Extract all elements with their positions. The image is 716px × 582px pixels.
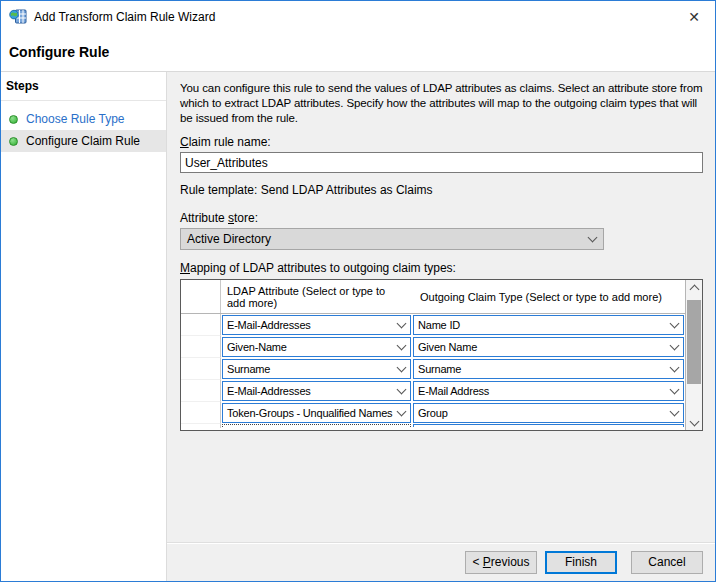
row-selector-header-cell bbox=[181, 280, 221, 313]
chevron-down-icon bbox=[397, 363, 407, 373]
row-selector-cell[interactable] bbox=[181, 314, 221, 336]
outgoing-claim-combo[interactable]: E-Mail Address bbox=[413, 381, 684, 401]
chevron-down-icon bbox=[397, 341, 407, 351]
mapping-table-label: Mapping of LDAP attributes to outgoing c… bbox=[180, 261, 703, 276]
chevron-down-icon bbox=[670, 407, 680, 417]
partial-next-row bbox=[181, 424, 685, 428]
row-selector-cell[interactable] bbox=[181, 358, 221, 380]
chevron-down-icon bbox=[397, 385, 407, 395]
outgoing-claim-combo[interactable]: Given Name bbox=[413, 337, 684, 357]
chevron-down-icon bbox=[689, 416, 699, 426]
ldap-attribute-combo[interactable]: Token-Groups - Unqualified Names bbox=[222, 403, 411, 423]
scroll-up-button[interactable] bbox=[686, 280, 702, 295]
mapping-table-header: LDAP Attribute (Select or type to add mo… bbox=[181, 280, 685, 314]
ldap-attribute-combo[interactable]: E-Mail-Addresses bbox=[222, 315, 411, 335]
chevron-down-icon bbox=[670, 341, 680, 351]
row-selector-cell bbox=[181, 424, 221, 428]
row-selector-cell[interactable] bbox=[181, 380, 221, 402]
page-header: Configure Rule bbox=[1, 33, 715, 72]
step-label: Choose Rule Type bbox=[26, 112, 125, 126]
chevron-down-icon bbox=[397, 407, 407, 417]
outgoing-claim-combo[interactable]: Name ID bbox=[413, 315, 684, 335]
ldap-attribute-combo[interactable]: Surname bbox=[222, 359, 411, 379]
claim-rule-name-label: Claim rule name: bbox=[180, 135, 703, 150]
steps-title: Steps bbox=[1, 77, 166, 101]
chevron-down-icon bbox=[670, 319, 680, 329]
partial-ldap-combo bbox=[222, 424, 411, 427]
chevron-down-icon bbox=[670, 385, 680, 395]
ldap-attribute-column-header: LDAP Attribute (Select or type to add mo… bbox=[221, 280, 412, 313]
adfs-wizard-icon bbox=[9, 9, 27, 25]
table-row: Token-Groups - Unqualified Names Group bbox=[181, 402, 685, 424]
partial-claim-combo bbox=[413, 424, 684, 427]
page-title: Configure Rule bbox=[9, 44, 109, 60]
table-row: E-Mail-Addresses Name ID bbox=[181, 314, 685, 336]
chevron-up-icon bbox=[689, 285, 699, 295]
title-bar: Add Transform Claim Rule Wizard ✕ bbox=[1, 1, 715, 33]
attribute-store-select[interactable]: Active Directory bbox=[180, 228, 604, 250]
wizard-window: Add Transform Claim Rule Wizard ✕ Config… bbox=[0, 0, 716, 582]
row-selector-cell[interactable] bbox=[181, 402, 221, 424]
step-bullet-icon bbox=[9, 137, 18, 146]
window-title: Add Transform Claim Rule Wizard bbox=[34, 10, 673, 24]
step-label: Configure Claim Rule bbox=[26, 134, 140, 148]
finish-button[interactable]: Finish bbox=[545, 551, 617, 574]
cancel-button[interactable]: Cancel bbox=[631, 551, 703, 574]
scrollbar-thumb[interactable] bbox=[687, 300, 701, 384]
steps-sidebar: Steps Choose Rule Type Configure Claim R… bbox=[1, 72, 167, 581]
sidebar-item-choose-rule-type[interactable]: Choose Rule Type bbox=[1, 108, 166, 130]
outgoing-claim-combo[interactable]: Surname bbox=[413, 359, 684, 379]
table-row: Surname Surname bbox=[181, 358, 685, 380]
attribute-store-value: Active Directory bbox=[187, 232, 271, 246]
rule-description: You can configure this rule to send the … bbox=[180, 81, 703, 126]
content-pane: You can configure this rule to send the … bbox=[167, 72, 715, 581]
previous-button[interactable]: < Previous bbox=[465, 551, 537, 574]
row-selector-cell[interactable] bbox=[181, 336, 221, 358]
footer-button-bar: < Previous Finish Cancel bbox=[167, 542, 715, 581]
ldap-attribute-combo[interactable]: E-Mail-Addresses bbox=[222, 381, 411, 401]
chevron-down-icon bbox=[397, 319, 407, 329]
attribute-store-label: Attribute store: bbox=[180, 211, 703, 226]
table-scrollbar[interactable] bbox=[685, 280, 702, 430]
chevron-down-icon bbox=[588, 233, 598, 243]
claim-rule-name-input[interactable] bbox=[180, 152, 703, 173]
sidebar-item-configure-claim-rule: Configure Claim Rule bbox=[1, 130, 166, 152]
rule-template-text: Rule template: Send LDAP Attributes as C… bbox=[180, 183, 703, 198]
scroll-down-button[interactable] bbox=[686, 415, 702, 430]
close-button[interactable]: ✕ bbox=[673, 1, 715, 33]
outgoing-claim-column-header: Outgoing Claim Type (Select or type to a… bbox=[412, 280, 685, 313]
outgoing-claim-combo[interactable]: Group bbox=[413, 403, 684, 423]
close-icon: ✕ bbox=[688, 9, 700, 25]
table-row: E-Mail-Addresses E-Mail Address bbox=[181, 380, 685, 402]
step-bullet-icon bbox=[9, 115, 18, 124]
chevron-down-icon bbox=[670, 363, 680, 373]
ldap-attribute-combo[interactable]: Given-Name bbox=[222, 337, 411, 357]
mapping-table: LDAP Attribute (Select or type to add mo… bbox=[180, 279, 703, 431]
table-row: Given-Name Given Name bbox=[181, 336, 685, 358]
